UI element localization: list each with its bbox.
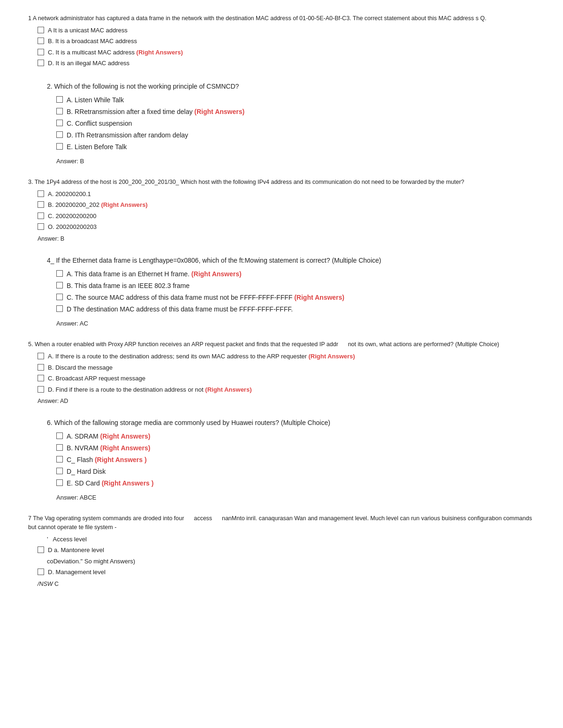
list-item: coDeviation." So might Answers): [38, 557, 535, 566]
list-item: E. Listen Before Talk: [56, 142, 535, 152]
checkbox-q5a[interactable]: [38, 353, 44, 359]
checkbox-q6c[interactable]: [56, 456, 63, 463]
q4-text: 4_ If the Ethernet data frame is Lengtha…: [47, 255, 535, 265]
list-item: C. Conflict suspension: [56, 119, 535, 129]
list-item: B. It is a broadcast MAC address: [38, 37, 535, 46]
question-3: 3. The 1Py4 address of the host is 200_2…: [28, 178, 535, 242]
q2-options: A. Listen While Talk B. RRetransmission …: [56, 95, 535, 152]
list-item: D. Find if there is a route to the desti…: [38, 385, 535, 394]
checkbox-q7b[interactable]: [38, 546, 44, 553]
list-item: B. This data frame is an IEEE 802.3 fram…: [56, 281, 535, 291]
q5-text: 5. When a router enabled with Proxy ARP …: [28, 340, 535, 349]
list-item: D_ Hard Disk: [56, 467, 535, 477]
q4-options: A. This data frame is an Ethernet H fram…: [56, 269, 535, 314]
checkbox-q2a[interactable]: [56, 96, 63, 103]
checkbox-q1c[interactable]: [38, 49, 44, 55]
list-item: C_ Flash (Right Answers ): [56, 455, 535, 465]
question-4: 4_ If the Ethernet data frame is Lengtha…: [28, 255, 535, 327]
list-item: D. Management level: [38, 568, 535, 577]
list-item: A. Listen While Talk: [56, 95, 535, 105]
question-2: 2. Which of the following is not the wor…: [28, 81, 535, 165]
q5-options: A. If there is a route to the destinatio…: [38, 352, 535, 394]
list-item: C. 200200200200: [38, 212, 535, 221]
checkbox-q4a[interactable]: [56, 270, 63, 277]
list-item: B. Discard the message: [38, 363, 535, 372]
q6-options: A. SDRAM (Right Answers) B. NVRAM (Right…: [56, 432, 535, 488]
q1-text: 1 A network administrator has captured a…: [28, 14, 535, 23]
q4-answer: Answer: AC: [56, 320, 535, 327]
checkbox-q2d[interactable]: [56, 131, 63, 138]
q2-text: 2. Which of the following is not the wor…: [47, 81, 535, 91]
list-item: A. If there is a route to the destinatio…: [38, 352, 535, 361]
checkbox-q2c[interactable]: [56, 120, 63, 126]
checkbox-q5b[interactable]: [38, 364, 44, 371]
list-item: ' Access level: [38, 535, 535, 544]
q7-text: 7 The Vag operating system commands are …: [28, 514, 535, 532]
q3-text: 3. The 1Py4 address of the host is 200_2…: [28, 178, 535, 187]
checkbox-q6b[interactable]: [56, 444, 63, 451]
checkbox-q7d[interactable]: [38, 569, 44, 575]
checkbox-q3b[interactable]: [38, 201, 44, 208]
list-item: O. 200200200203: [38, 222, 535, 232]
list-item: D a. Mantonere level: [38, 546, 535, 555]
checkbox-q3a[interactable]: [38, 190, 44, 197]
q7-options: ' Access level D a. Mantonere level coDe…: [38, 535, 535, 577]
list-item: C. Broadcast ARP request message: [38, 374, 535, 383]
list-item: D The destination MAC address of this da…: [56, 304, 535, 314]
checkbox-q5d[interactable]: [38, 386, 44, 393]
list-item: C. It is a multicast MAC address (Right …: [38, 48, 535, 57]
q2-answer: Answer: B: [56, 158, 535, 165]
checkbox-q2e[interactable]: [56, 143, 63, 150]
checkbox-q1b[interactable]: [38, 38, 44, 44]
checkbox-q3d[interactable]: [38, 223, 44, 230]
q5-answer: Answer: AD: [38, 398, 535, 404]
checkbox-q2b[interactable]: [56, 108, 63, 114]
list-item: A. 200200200.1: [38, 190, 535, 199]
list-item: B. RRetransmission after a fixed time de…: [56, 107, 535, 117]
checkbox-q4b[interactable]: [56, 282, 63, 288]
list-item: A. SDRAM (Right Answers): [56, 432, 535, 441]
q3-answer: Answer: B: [38, 235, 535, 242]
list-item: D. ITh Retransmission after random delay: [56, 130, 535, 140]
checkbox-q4d[interactable]: [56, 305, 63, 312]
q7-answer: /NSW C: [38, 581, 535, 587]
question-1: 1 A network administrator has captured a…: [28, 14, 535, 68]
list-item: C. The source MAC address of this data f…: [56, 293, 535, 303]
q1-options: A It is a unicast MAC address B. It is a…: [38, 26, 535, 68]
list-item: E. SD Card (Right Answers ): [56, 478, 535, 488]
list-item: A It is a unicast MAC address: [38, 26, 535, 35]
checkbox-q5c[interactable]: [38, 375, 44, 381]
question-7: 7 The Vag operating system commands are …: [28, 514, 535, 587]
list-item: D. It is an illegal MAC address: [38, 59, 535, 68]
question-6: 6. Which of the fallowing storage media …: [28, 417, 535, 501]
checkbox-q4c[interactable]: [56, 294, 63, 300]
checkbox-q6a[interactable]: [56, 432, 63, 439]
question-5: 5. When a router enabled with Proxy ARP …: [28, 340, 535, 404]
q6-text: 6. Which of the fallowing storage media …: [47, 417, 535, 428]
list-item: A. This data frame is an Ethernet H fram…: [56, 269, 535, 279]
list-item: B. NVRAM (Right Answers): [56, 443, 535, 453]
list-item: B. 200200200_202 (Right Answers): [38, 200, 535, 210]
checkbox-q3c[interactable]: [38, 212, 44, 219]
checkbox-q1a[interactable]: [38, 27, 44, 33]
q6-answer: Answer: ABCE: [56, 494, 535, 501]
checkbox-q6d[interactable]: [56, 468, 63, 474]
checkbox-q6e[interactable]: [56, 479, 63, 486]
q3-options: A. 200200200.1 B. 200200200_202 (Right A…: [38, 190, 535, 232]
checkbox-q1d[interactable]: [38, 60, 44, 66]
